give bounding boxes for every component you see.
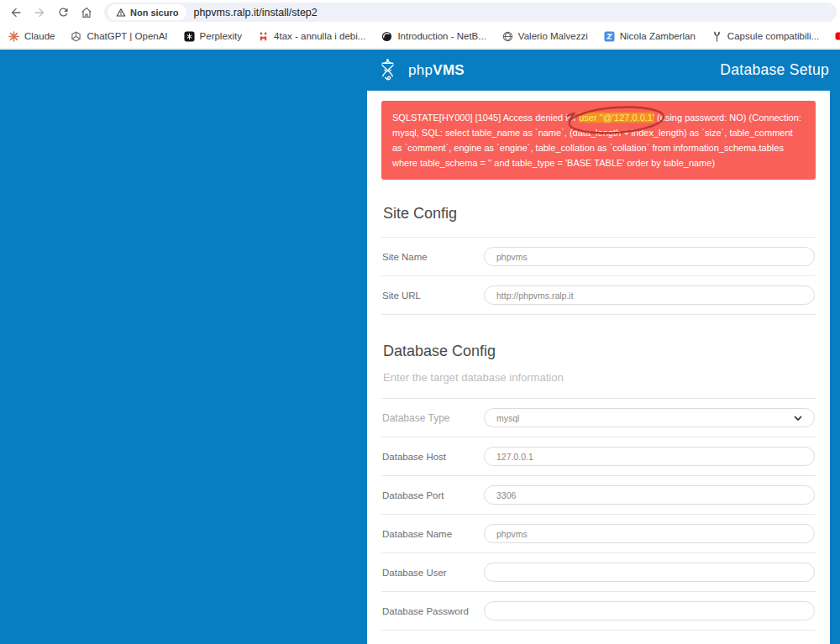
- blue-z-square-icon: [604, 31, 615, 42]
- antler-icon: [711, 31, 722, 42]
- page-background: phpVMS Database Setup SQLSTATE[HY000] [1…: [0, 50, 840, 644]
- database-password-label: Database Password: [382, 606, 484, 616]
- home-button[interactable]: [77, 3, 96, 22]
- phpvms-logo-icon: [375, 58, 400, 83]
- openai-knot-icon: [71, 31, 81, 42]
- url-text: phpvms.ralp.it/install/step2: [193, 7, 317, 18]
- brand-text: phpVMS: [408, 62, 465, 79]
- page-title: Database Setup: [720, 61, 829, 79]
- site-config-title: Site Config: [383, 205, 814, 223]
- site-url-input[interactable]: [484, 285, 815, 305]
- forward-arrow-icon: [33, 6, 46, 19]
- bookmark-claude[interactable]: Claude: [8, 31, 55, 42]
- bookmark-label: Perplexity: [200, 31, 243, 41]
- database-user-input[interactable]: [484, 563, 815, 582]
- back-button[interactable]: [7, 3, 25, 22]
- bookmark-chatgpt[interactable]: ChatGPT | OpenAI: [71, 31, 167, 42]
- site-name-input[interactable]: [484, 247, 815, 266]
- bookmark-kegel-video[interactable]: (12628) KEGEL Exerc...: [835, 30, 840, 42]
- security-badge[interactable]: Non sicuro: [108, 4, 186, 20]
- bookmark-capsule[interactable]: Capsule compatibili...: [711, 31, 819, 42]
- bookmark-label: Valerio Malvezzi: [518, 31, 588, 41]
- database-config-subtitle: Enter the target database information: [383, 371, 814, 384]
- install-content-column: phpVMS Database Setup SQLSTATE[HY000] [1…: [367, 50, 830, 644]
- bookmark-netbeans[interactable]: Introduction - NetB...: [381, 31, 486, 42]
- bookmark-label: 4tax - annulla i debi...: [274, 31, 365, 41]
- database-type-select[interactable]: mysql: [484, 408, 815, 427]
- site-header: phpVMS Database Setup: [367, 50, 830, 91]
- netbeans-circle-icon: [381, 31, 392, 42]
- database-user-label: Database User: [382, 568, 484, 578]
- bookmark-nicola[interactable]: Nicola Zamberlan: [604, 31, 696, 42]
- error-highlighted-match: user ''@'127.0.0.1': [579, 113, 654, 123]
- bookmark-label: Introduction - NetB...: [397, 31, 486, 41]
- field-row-database-host: Database Host: [381, 437, 816, 476]
- field-row-database-type: Database Type mysql: [381, 399, 816, 437]
- chevron-down-icon: [794, 416, 802, 421]
- bookmarks-bar: Claude ChatGPT | OpenAI Perplexity 4tax …: [0, 24, 840, 49]
- back-arrow-icon: [9, 6, 23, 19]
- site-name-label: Site Name: [382, 252, 484, 262]
- security-badge-label: Non sicuro: [130, 8, 178, 18]
- bookmark-perplexity[interactable]: Perplexity: [184, 31, 243, 42]
- setup-card: SQLSTATE[HY000] [1045] Access denied for…: [367, 91, 830, 644]
- reload-icon: [57, 6, 70, 18]
- address-bar[interactable]: Non sicuro phpvms.ralp.it/install/step2: [104, 3, 837, 22]
- database-config-title: Database Config: [383, 343, 814, 360]
- warning-triangle-icon: [116, 8, 126, 18]
- site-url-label: Site URL: [382, 291, 484, 301]
- field-row-site-url: Site URL: [381, 276, 816, 315]
- perplexity-square-icon: [184, 31, 195, 42]
- bookmark-label: Nicola Zamberlan: [620, 31, 696, 41]
- home-icon: [80, 6, 93, 19]
- database-host-label: Database Host: [382, 452, 484, 462]
- database-host-input[interactable]: [484, 447, 815, 466]
- field-row-database-name: Database Name: [381, 515, 816, 553]
- field-row-database-port: Database Port: [381, 476, 816, 515]
- brand: phpVMS: [375, 58, 465, 83]
- bookmark-label: Capsule compatibili...: [727, 31, 819, 41]
- field-row-database-user: Database User: [381, 553, 816, 592]
- globe-icon: [502, 31, 513, 42]
- error-text-pre: SQLSTATE[HY000] [1045] Access denied for: [392, 113, 579, 123]
- claude-starburst-icon: [8, 31, 19, 42]
- bookmark-label: Claude: [24, 31, 55, 41]
- database-type-value: mysql: [496, 413, 519, 423]
- field-row-site-name: Site Name: [381, 238, 816, 276]
- bookmark-label: ChatGPT | OpenAI: [87, 31, 167, 41]
- sql-error-alert: SQLSTATE[HY000] [1045] Access denied for…: [381, 101, 816, 180]
- bookmark-valerio[interactable]: Valerio Malvezzi: [502, 31, 588, 42]
- reload-button[interactable]: [54, 3, 72, 22]
- forward-button[interactable]: [30, 3, 49, 22]
- field-row-database-password: Database Password: [381, 592, 816, 631]
- database-type-label: Database Type: [382, 412, 484, 424]
- youtube-icon: [835, 30, 840, 42]
- database-password-input[interactable]: [484, 601, 815, 620]
- database-name-label: Database Name: [382, 529, 484, 539]
- bookmark-4tax[interactable]: 4tax - annulla i debi...: [258, 31, 365, 42]
- 4tax-icon: [258, 31, 269, 42]
- browser-toolbar: Non sicuro phpvms.ralp.it/install/step2: [0, 0, 840, 24]
- database-name-input[interactable]: [484, 524, 815, 543]
- database-port-input[interactable]: [484, 485, 815, 505]
- database-port-label: Database Port: [382, 490, 484, 500]
